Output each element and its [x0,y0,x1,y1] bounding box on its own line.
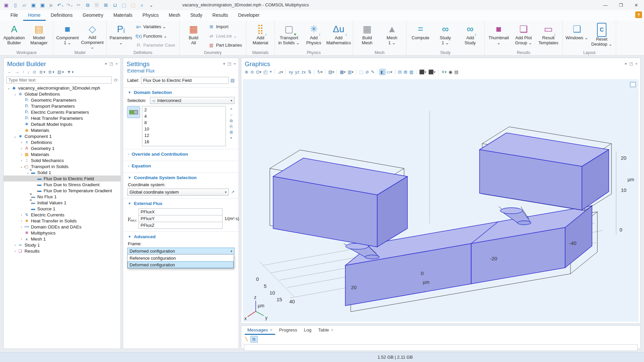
close-icon[interactable]: ✕ [629,0,644,10]
part-libraries-button[interactable]: ▥Part Libraries [207,42,243,49]
add-material-button[interactable]: ⣿↓Add Material [248,22,273,50]
build-mesh-button[interactable]: ▦Build Mesh [355,22,379,50]
application-builder-button[interactable]: AApplication Builder [2,22,26,50]
panel-menu-icon[interactable]: ▾ [105,61,107,66]
select-box-icon[interactable]: ⬚ [120,1,128,9]
zoom-to-selection-icon[interactable]: ⌖ [269,69,273,75]
remove-from-selection-icon[interactable]: − [230,113,232,117]
selection-list-item[interactable]: 8 [142,119,226,126]
coordinate-system-combo[interactable]: Global coordinate system ▾ [127,189,229,196]
copy-selection-icon[interactable]: ⧉ [230,118,233,123]
panel-menu-icon[interactable]: ▾ [223,61,225,66]
thumbnail-button[interactable]: ■Thumbnail ⌄ [487,22,511,50]
mesh-1-button[interactable]: ▲Mesh 1 ⌄ [380,22,404,50]
scene-light-icon[interactable]: ▤▾ [328,69,335,75]
ribbon-tab-developer[interactable]: Developer [233,10,265,21]
tree-node-initial-values-1[interactable]: ▬DInitial Values 1 [4,200,120,206]
go-to-source-icon[interactable]: ↗ [231,190,235,195]
selection-color-icon[interactable]: ⬛▾ [418,69,427,75]
zoom-in-icon[interactable]: ⊕ [244,69,249,75]
tree-expander-icon[interactable]: › [19,141,24,144]
tree-node-electric-currents-parameters[interactable]: PᵢElectric Currents Parameters [4,109,120,115]
tree-node-geometric-parameters[interactable]: PᵢGeometric Parameters [4,97,120,103]
panel-float-icon[interactable]: ◳ [228,61,231,66]
zoom-extents-icon[interactable]: ◰ [263,69,268,75]
rotate-view-icon[interactable]: ↻▾ [316,69,323,75]
tree-node-study-1[interactable]: ›∞Study 1 [4,242,120,248]
save-as-icon[interactable]: ▣ [38,1,47,9]
parameter-case-button[interactable]: PᵢParameter Case [134,42,177,49]
move-up-icon[interactable]: ↑ [21,69,26,75]
selection-list-item[interactable]: 10 [142,126,226,132]
result-templates-button[interactable]: ▭↓Result Templates [536,22,560,50]
tree-node-electric-currents[interactable]: ›↯Electric Currents [4,212,120,218]
tree-expander-icon[interactable]: › [19,159,24,162]
tree-node-materials-global[interactable]: ◉Materials [4,127,120,133]
undo-icon[interactable]: ↶⌄ [56,1,65,9]
variables-button[interactable]: a=Variables ⌄ [134,23,177,30]
panel-pin-icon[interactable]: ⌖ [115,61,118,66]
tree-node-heat-transfer-parameters[interactable]: PᵢHeat Transfer Parameters [4,115,120,121]
tree-expander-icon[interactable]: › [19,147,24,150]
selection-list-item[interactable]: 16 [142,139,226,145]
copy-message-icon[interactable]: ⧉ [250,336,258,343]
add-component-button[interactable]: ◇Add Component ⌄ [80,22,104,50]
tree-node-global-definitions[interactable]: ⌄⊕Global Definitions [4,91,120,97]
geometry-domain[interactable] [273,158,407,247]
find-icon[interactable]: ⌕ [138,1,146,9]
selection-list-item[interactable]: 12 [142,132,226,139]
livelink-button[interactable]: ⇄LiveLink ⌄ [207,33,243,40]
tree-node-transport-in-solids[interactable]: ⌄▢●Transport in Solids [4,163,120,169]
tab-progress[interactable]: Progress [277,326,300,335]
hide-entities-icon[interactable]: ⊘ [364,69,369,75]
ribbon-tab-results[interactable]: Results [207,10,233,21]
compute-button[interactable]: =Compute [408,22,433,50]
graphics-canvas[interactable]: 0 5 10 15 µm 40 20 0 µm -20 -40 20 µm 10… [243,79,639,322]
section-external-flux[interactable]: ▼ External Flux [127,200,235,207]
zoom-box-icon[interactable]: ⊡▾ [255,69,262,75]
tree-filter-input[interactable] [6,76,112,84]
tab-table[interactable]: Table× [315,326,336,335]
tree-node-solid-1[interactable]: ⌄▬DSolid 1 [4,169,120,175]
appearance-icon[interactable]: ▦▾ [339,69,346,75]
tree-node-geometry-1[interactable]: ›AGeometry 1 [4,145,120,151]
panel-float-icon[interactable]: ◳ [629,61,633,66]
tree-expander-icon[interactable]: ⌄ [13,135,17,138]
show-icon[interactable]: ⊙ [32,69,37,75]
paste-selection-icon[interactable]: ⎘ [230,124,233,129]
tree-node-source-1[interactable]: ▬Source 1 [4,206,120,212]
tree-node-root[interactable]: ⌄◆vacancy_electromigration_3Dmodel.mph [4,85,120,91]
refresh-icon[interactable]: ⟳ [114,77,118,83]
component-1-button[interactable]: ■Component 1 ⌄ [55,22,80,50]
tree-node-solid-mechanics[interactable]: ›⌶Solid Mechanics [4,157,120,163]
tab-messages[interactable]: Messages× [245,326,275,335]
redo-icon[interactable]: ↷⌄ [65,1,74,9]
tab-log[interactable]: Log [301,326,314,335]
tree-node-default-model-inputs[interactable]: ❖Default Model Inputs [4,121,120,127]
animate-icon[interactable]: ✳▾ [441,69,447,75]
app-logo[interactable]: ▣ [2,1,10,9]
tree-expander-icon[interactable]: › [13,249,17,253]
new-file-icon[interactable]: ▯ [11,1,19,9]
ribbon-tab-definitions[interactable]: Definitions [46,10,78,21]
ribbon-tab-materials[interactable]: Materials [108,10,138,21]
measure-icon[interactable]: ✎ [370,69,375,75]
windows-button[interactable]: ❏Windows ⌄ [565,22,589,50]
build-all-button[interactable]: ▦Build All [182,22,206,50]
expand-all-icon[interactable]: ≣▾ [38,69,46,75]
help-icon[interactable]: ? [635,11,642,18]
tree-expander-icon[interactable]: › [19,237,24,241]
print-icon[interactable]: ▤ [454,69,459,75]
tree-node-flux-electric-field[interactable]: ▬Flux Due to Electric Field [4,175,120,182]
study-1-button[interactable]: ∞Study 1 ⌄ [433,22,457,50]
tile-windows-icon[interactable]: ▥ [409,69,414,75]
transport-in-solids-button[interactable]: ▢●Transport in Solids ⌄ [277,22,301,50]
add-physics-button[interactable]: ✳↓Add Physics [302,22,326,50]
parameters-button[interactable]: PᵢParameters ⌄ [109,22,133,50]
split-vertical-icon[interactable]: ⊞ [403,69,408,75]
message-list[interactable] [244,344,638,351]
customize-qat-icon[interactable]: ⌄ [147,1,155,9]
domain-selection-list[interactable]: 248101216 [142,106,226,146]
nav-forward-icon[interactable]: → [14,69,20,75]
minimize-icon[interactable]: — [598,0,613,10]
